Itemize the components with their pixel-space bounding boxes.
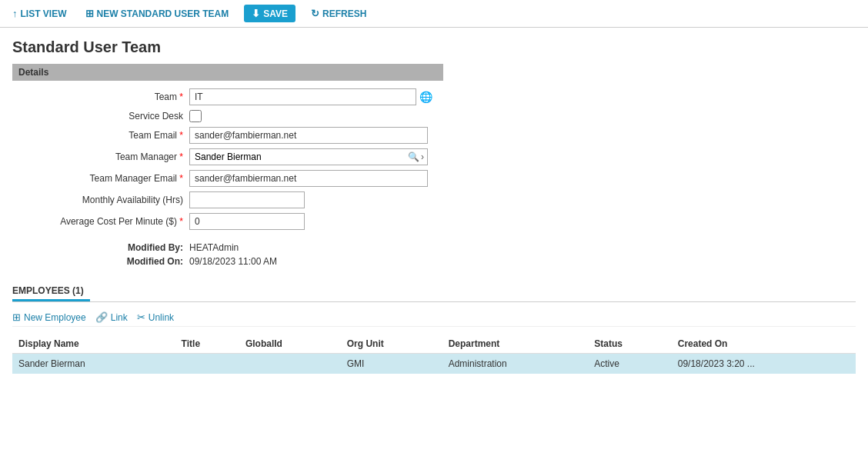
table-header-row: Display Name Title GlobalId Org Unit Dep… <box>12 335 856 354</box>
globe-icon[interactable]: 🌐 <box>419 91 432 103</box>
form-details: Team * 🌐 Service Desk Team Email * Team … <box>20 88 856 230</box>
table-row[interactable]: Sander BiermanGMIAdministrationActive09/… <box>12 354 856 374</box>
monthly-avail-input[interactable] <box>189 191 305 208</box>
action-bar: ⊞ New Employee 🔗 Link ✂ Unlink <box>12 308 856 327</box>
avg-cost-required: * <box>179 216 183 227</box>
service-desk-label: Service Desk <box>20 111 189 121</box>
new-team-icon: ⊞ <box>85 8 94 19</box>
save-icon: ⬇ <box>252 8 260 19</box>
table-cell: Active <box>588 354 672 374</box>
team-email-row: Team Email * <box>20 127 856 144</box>
new-employee-icon: ⊞ <box>12 311 21 323</box>
modified-by-row: Modified By: HEATAdmin <box>20 242 856 253</box>
page-title: Standard User Team <box>12 38 856 56</box>
col-display-name: Display Name <box>12 335 175 354</box>
avg-cost-input[interactable] <box>189 213 305 230</box>
employees-tab[interactable]: EMPLOYEES (1) <box>12 282 90 301</box>
refresh-button[interactable]: ↻ REFRESH <box>308 6 369 21</box>
table-header: Display Name Title GlobalId Org Unit Dep… <box>12 335 856 354</box>
modified-by-label: Modified By: <box>20 242 189 253</box>
team-email-label: Team Email * <box>20 130 189 141</box>
team-manager-wrap: 🔍 › <box>189 148 428 165</box>
search-icon[interactable]: 🔍 <box>408 151 419 162</box>
manager-icons: 🔍 › <box>405 151 427 162</box>
save-button[interactable]: ⬇ SAVE <box>244 5 295 22</box>
unlink-button[interactable]: ✂ Unlink <box>137 311 174 323</box>
monthly-avail-label: Monthly Availability (Hrs) <box>20 195 189 205</box>
toolbar: ↑ LIST VIEW ⊞ NEW STANDARD USER TEAM ⬇ S… <box>0 0 868 28</box>
modified-by-value: HEATAdmin <box>189 242 239 253</box>
team-label: Team * <box>20 92 189 102</box>
refresh-icon: ↻ <box>311 8 319 19</box>
employees-section: EMPLOYEES (1) ⊞ New Employee 🔗 Link ✂ Un… <box>12 282 856 374</box>
team-manager-email-label: Team Manager Email * <box>20 173 189 184</box>
new-standard-user-team-button[interactable]: ⊞ NEW STANDARD USER TEAM <box>82 6 232 21</box>
table-cell: 09/18/2023 3:20 ... <box>672 354 856 374</box>
list-view-icon: ↑ <box>12 8 18 19</box>
team-manager-row: Team Manager * 🔍 › <box>20 148 856 165</box>
meta-section: Modified By: HEATAdmin Modified On: 09/1… <box>20 242 856 267</box>
team-mgr-email-required: * <box>179 173 183 184</box>
link-button[interactable]: 🔗 Link <box>95 311 128 323</box>
table-cell: Sander Bierman <box>12 354 175 374</box>
team-email-input[interactable] <box>189 127 428 144</box>
avg-cost-row: Average Cost Per Minute ($) * <box>20 213 856 230</box>
col-department: Department <box>442 335 589 354</box>
col-title: Title <box>175 335 239 354</box>
monthly-avail-row: Monthly Availability (Hrs) <box>20 191 856 208</box>
team-manager-required: * <box>179 151 183 162</box>
unlink-icon: ✂ <box>137 311 145 323</box>
modified-on-row: Modified On: 09/18/2023 11:00 AM <box>20 256 856 267</box>
avg-cost-label: Average Cost Per Minute ($) * <box>20 216 189 227</box>
team-manager-email-row: Team Manager Email * <box>20 170 856 187</box>
table-cell: Administration <box>442 354 589 374</box>
team-required: * <box>179 92 183 102</box>
table-cell <box>239 354 341 374</box>
modified-on-value: 09/18/2023 11:00 AM <box>189 256 277 267</box>
col-org-unit: Org Unit <box>341 335 442 354</box>
employees-tbody: Sander BiermanGMIAdministrationActive09/… <box>12 354 856 374</box>
service-desk-checkbox[interactable] <box>189 110 202 122</box>
col-status: Status <box>588 335 672 354</box>
service-desk-row: Service Desk <box>20 110 856 122</box>
team-email-required: * <box>179 130 183 141</box>
employees-table: Display Name Title GlobalId Org Unit Dep… <box>12 335 856 374</box>
team-manager-input[interactable] <box>190 149 405 165</box>
table-cell <box>175 354 239 374</box>
section-header-details: Details <box>12 64 443 81</box>
tab-divider <box>12 301 856 302</box>
table-cell: GMI <box>341 354 442 374</box>
team-input[interactable] <box>189 88 416 105</box>
team-manager-email-input[interactable] <box>189 170 428 187</box>
team-row: Team * 🌐 <box>20 88 856 105</box>
col-global-id: GlobalId <box>239 335 341 354</box>
col-created-on: Created On <box>672 335 856 354</box>
list-view-button[interactable]: ↑ LIST VIEW <box>9 6 70 21</box>
modified-on-label: Modified On: <box>20 256 189 267</box>
page-content: Standard User Team Details Team * 🌐 Serv… <box>0 28 868 384</box>
link-icon: 🔗 <box>95 311 108 323</box>
new-employee-button[interactable]: ⊞ New Employee <box>12 311 86 323</box>
team-manager-label: Team Manager * <box>20 151 189 162</box>
arrow-right-icon[interactable]: › <box>421 151 424 162</box>
